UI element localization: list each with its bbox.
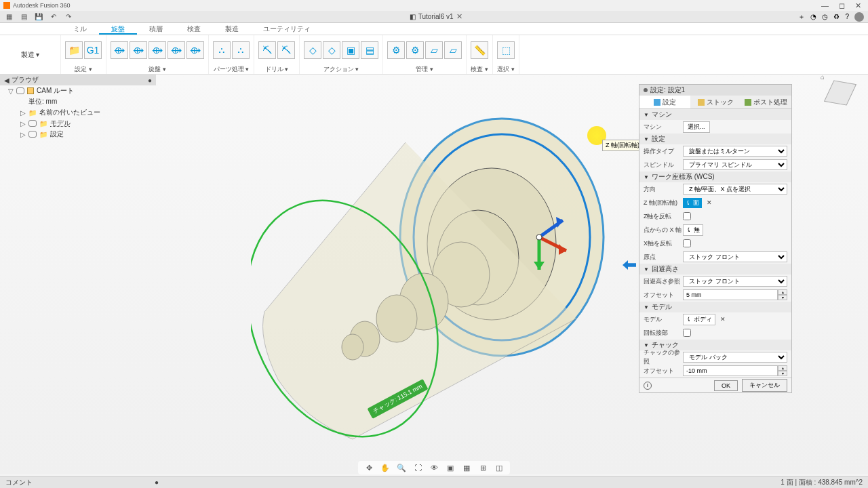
drill-icon2[interactable]: ⛏: [277, 41, 295, 59]
turning-profile-icon[interactable]: ⟴: [130, 41, 147, 59]
xflip-checkbox[interactable]: [683, 239, 691, 247]
offset-input[interactable]: [683, 289, 778, 300]
zaxis-chip[interactable]: ⤹ 面: [683, 198, 702, 208]
section-model[interactable]: モデル: [652, 302, 672, 312]
group-manage-label: 管理 ▾: [416, 65, 433, 73]
file-icon[interactable]: ▤: [19, 12, 28, 22]
app-menu-icon[interactable]: ▦: [4, 12, 14, 22]
viewcube-home-icon[interactable]: ⌂: [821, 73, 825, 81]
close-button[interactable]: ✕: [855, 1, 861, 10]
model-chip[interactable]: ⤹ ボディ: [683, 314, 715, 325]
setup-folder-icon[interactable]: 📁: [65, 41, 83, 59]
document-tab[interactable]: ◧ Tutorial6 v1 ✕: [410, 12, 462, 21]
manage-icon1[interactable]: ⚙: [387, 41, 405, 59]
nav-fit-icon[interactable]: ⛶: [412, 462, 423, 473]
zflip-checkbox[interactable]: [683, 212, 691, 220]
select-icon[interactable]: ⬚: [497, 41, 515, 59]
tab-utility[interactable]: ユーティリティ: [251, 23, 323, 35]
extensions-icon[interactable]: ◔: [810, 13, 816, 20]
new-design-icon[interactable]: ＋: [798, 12, 805, 22]
manage-icon2[interactable]: ⚙: [406, 41, 424, 59]
section-safe[interactable]: 回避高さ: [652, 264, 679, 274]
redo-icon[interactable]: ↷: [64, 12, 73, 22]
chuck-offset-input[interactable]: [683, 365, 778, 376]
minimize-button[interactable]: —: [821, 1, 829, 10]
close-doc-icon[interactable]: ✕: [456, 12, 462, 21]
avatar[interactable]: [854, 12, 864, 22]
tab-mill[interactable]: ミル: [61, 23, 99, 35]
section-wcs[interactable]: ワーク座標系 (WCS): [652, 172, 715, 182]
inspect-icon[interactable]: 📏: [471, 41, 488, 59]
origin-select[interactable]: ストック フロント: [683, 251, 787, 262]
turning-face-icon[interactable]: ⟴: [111, 41, 128, 59]
orientation-select[interactable]: Z 軸/平面、X 点を選択: [683, 184, 787, 195]
nav-orbit-icon[interactable]: ✥: [363, 462, 374, 473]
notify-icon[interactable]: ♻: [833, 13, 840, 20]
model-viewport[interactable]: [251, 108, 610, 447]
spin-up[interactable]: ▴: [778, 289, 787, 295]
flip-checkbox[interactable]: [683, 329, 691, 337]
spindle-select[interactable]: プライマリ スピンドル: [683, 159, 787, 170]
section-setup[interactable]: 設定: [652, 134, 665, 144]
turning-part-icon[interactable]: ⟴: [186, 41, 204, 59]
app-title: Autodesk Fusion 360: [13, 2, 71, 9]
workspace-switcher[interactable]: 製造 ▾: [16, 47, 45, 62]
browser-root[interactable]: ▽CAM ルート: [8, 85, 151, 96]
browser-item-views[interactable]: ▷📁名前の付いたビュー: [8, 107, 151, 118]
machine-select-button[interactable]: 選択...: [683, 121, 710, 133]
zaxis-clear[interactable]: ✕: [704, 199, 715, 207]
undo-icon[interactable]: ↶: [49, 12, 58, 22]
action-icon3[interactable]: ▣: [342, 41, 359, 59]
group-action-label: アクション ▾: [323, 65, 359, 73]
action-icon4[interactable]: ▤: [361, 41, 378, 59]
browser-pin-icon[interactable]: ●: [148, 77, 152, 84]
nav-look-icon[interactable]: 👁: [429, 462, 439, 473]
hole-icon1[interactable]: ⛬: [213, 41, 231, 59]
browser-item-setups[interactable]: ▷📁設定: [8, 129, 151, 140]
nav-display-icon[interactable]: ▣: [445, 462, 456, 473]
save-icon[interactable]: 💾: [34, 12, 43, 22]
tab-additive[interactable]: 積層: [137, 23, 175, 35]
panel-tab-stock[interactable]: ストック: [690, 96, 741, 108]
action-icon1[interactable]: ◇: [304, 41, 321, 59]
comment-label[interactable]: コメント: [5, 478, 33, 487]
nav-viewport-icon[interactable]: ◫: [494, 462, 505, 473]
tab-inspect[interactable]: 検査: [175, 23, 213, 35]
cancel-button[interactable]: キャンセル: [742, 379, 787, 392]
safe-ref-select[interactable]: ストック フロント: [683, 276, 787, 287]
operation-type-select[interactable]: 旋盤またはミルターン: [683, 146, 787, 157]
document-name: Tutorial6 v1: [418, 13, 454, 20]
drill-icon1[interactable]: ⛏: [258, 41, 276, 59]
manage-icon4[interactable]: ▱: [444, 41, 462, 59]
info-icon[interactable]: i: [644, 382, 652, 390]
hole-icon2[interactable]: ⛬: [232, 41, 250, 59]
section-machine[interactable]: マシン: [652, 110, 672, 119]
action-icon2[interactable]: ◇: [323, 41, 340, 59]
turning-thread-icon[interactable]: ⟴: [167, 41, 185, 59]
nav-zoom-icon[interactable]: 🔍: [396, 462, 407, 473]
panel-tab-post[interactable]: ポスト処理: [741, 96, 791, 108]
nav-pan-icon[interactable]: ✋: [380, 462, 391, 473]
manage-icon3[interactable]: ▱: [425, 41, 443, 59]
chuck-ref-select[interactable]: モデル バック: [683, 352, 787, 363]
setup-gcode-icon[interactable]: G1: [84, 41, 102, 59]
tab-turning[interactable]: 旋盤: [99, 23, 137, 35]
help-icon[interactable]: ?: [845, 13, 849, 20]
group-select-label: 選択 ▾: [497, 65, 515, 73]
job-status-icon[interactable]: ◷: [822, 13, 828, 20]
viewcube[interactable]: ⌂: [821, 73, 857, 110]
browser-item-units[interactable]: 単位: mm: [8, 96, 151, 107]
spin-down[interactable]: ▾: [778, 295, 787, 300]
browser-item-models[interactable]: ▷📁モデル: [8, 118, 151, 129]
xpt-chip[interactable]: ⤹ 無: [683, 224, 703, 236]
model-clear[interactable]: ✕: [717, 315, 728, 323]
arrow-handle[interactable]: [623, 260, 636, 270]
cube-icon: ◧: [410, 13, 416, 20]
panel-tab-setup[interactable]: 設定: [639, 96, 690, 108]
turning-groove-icon[interactable]: ⟴: [149, 41, 166, 59]
maximize-button[interactable]: ◻: [839, 1, 845, 10]
nav-grid-icon[interactable]: ▦: [461, 462, 472, 473]
tab-mfg[interactable]: 製造: [213, 23, 251, 35]
ok-button[interactable]: OK: [714, 380, 738, 391]
nav-snap-icon[interactable]: ⊞: [477, 462, 488, 473]
